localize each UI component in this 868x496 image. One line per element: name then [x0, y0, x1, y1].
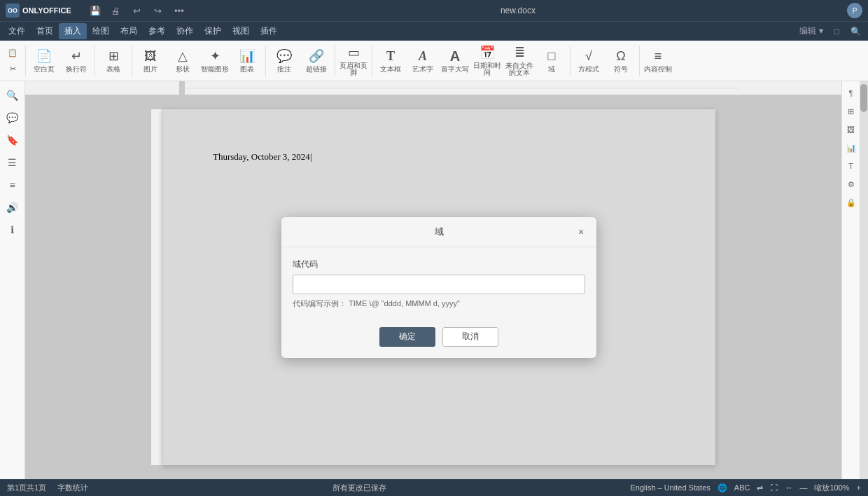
page-info: 第1页共1页: [7, 483, 46, 493]
doc-field-icon: ≣: [511, 45, 528, 61]
sidebar-list-icon[interactable]: ≡: [3, 175, 22, 195]
edit-mode-btn[interactable]: 编辑 ▾: [795, 23, 827, 39]
toolbar-smart-shape[interactable]: ✦ 智能图形: [200, 43, 230, 78]
sidebar-info-icon[interactable]: ℹ: [3, 220, 22, 240]
confirm-button[interactable]: 确定: [379, 327, 435, 347]
menu-plugin[interactable]: 插件: [255, 23, 283, 39]
menu-draw[interactable]: 绘图: [87, 23, 115, 39]
menu-view[interactable]: 视图: [227, 23, 255, 39]
paste-btn[interactable]: 📋: [3, 45, 22, 60]
spell-icon[interactable]: ABC: [734, 483, 750, 492]
field-code-input[interactable]: [293, 275, 585, 294]
toolbar-symbol[interactable]: Ω 符号: [606, 43, 636, 78]
comment-icon: 💬: [276, 48, 293, 64]
modal-close-button[interactable]: ×: [574, 225, 588, 239]
undo-btn[interactable]: ↩: [127, 3, 147, 18]
menu-right: 编辑 ▾ □ 🔍: [795, 23, 865, 39]
right-para-icon[interactable]: ¶: [844, 85, 859, 101]
fullscreen-icon[interactable]: ⛶: [770, 483, 778, 492]
toolbar-line-break[interactable]: ↵ 换行符: [61, 43, 92, 78]
copy-btn[interactable]: ✂: [3, 61, 22, 76]
toolbar-chart[interactable]: 📊 图表: [232, 43, 262, 78]
zoom-in-icon[interactable]: +: [857, 483, 861, 492]
sidebar-comment-icon[interactable]: 💬: [3, 108, 22, 128]
header-footer-icon: ▭: [345, 45, 362, 61]
menu-collab[interactable]: 协作: [171, 23, 199, 39]
zoom-out-icon[interactable]: —: [799, 483, 807, 492]
word-count[interactable]: 字数统计: [57, 483, 88, 493]
toolbar-comment[interactable]: 💬 批注: [269, 43, 300, 78]
track-icon[interactable]: ⇌: [757, 483, 763, 492]
shape-label: 形状: [176, 66, 190, 73]
toolbar-table[interactable]: ⊞ 表格: [98, 43, 129, 78]
menu-ref[interactable]: 参考: [143, 23, 171, 39]
sidebar-audio-icon[interactable]: 🔊: [3, 198, 22, 217]
toolbar-hyperlink[interactable]: 🔗 超链接: [301, 43, 332, 78]
menu-protect[interactable]: 保护: [199, 23, 227, 39]
save-btn[interactable]: 💾: [85, 3, 105, 18]
right-table-icon[interactable]: ⊞: [844, 104, 859, 119]
right-chart-icon[interactable]: 📊: [844, 140, 859, 156]
hyperlink-icon: 🔗: [308, 48, 325, 64]
toolbar-equation[interactable]: √ 方程式: [573, 43, 604, 78]
right-text-icon[interactable]: T: [844, 158, 859, 174]
toolbar-art-text[interactable]: A 艺术字: [407, 43, 438, 78]
sidebar-nav-icon[interactable]: ☰: [3, 153, 22, 172]
toolbar-empty-page[interactable]: 📄 空白页: [29, 43, 59, 78]
right-lock-icon[interactable]: 🔒: [844, 195, 859, 210]
menu-insert[interactable]: 插入: [59, 23, 87, 39]
shape-icon: △: [174, 48, 191, 64]
fit-page-icon[interactable]: ↔: [785, 483, 792, 492]
field-icon: □: [543, 48, 560, 64]
sidebar-bookmark-icon[interactable]: 🔖: [3, 130, 22, 150]
toolbar-header-footer[interactable]: ▭ 页眉和页脚: [338, 43, 369, 78]
app-logo: OO ONLYOFFICE: [6, 4, 71, 18]
field-code-label: 域代码: [293, 259, 585, 270]
sidebar-search-icon[interactable]: 🔍: [3, 85, 22, 105]
title-bar: OO ONLYOFFICE 💾 🖨 ↩ ↪ ••• new.docx P: [0, 0, 868, 21]
doc-scroll[interactable]: Thursday, October 3, 2024 域 × 域代码: [25, 95, 841, 479]
right-gear-icon[interactable]: ⚙: [844, 177, 859, 192]
globe-icon: 🌐: [718, 483, 727, 492]
divider-5: [335, 46, 335, 76]
toolbar-content-ctrl[interactable]: ≡ 内容控制: [643, 43, 673, 78]
menu-file[interactable]: 文件: [3, 23, 31, 39]
toolbar-doc-field[interactable]: ≣ 来自文件的文本: [504, 43, 535, 78]
print-btn[interactable]: 🖨: [106, 3, 126, 18]
toolbar-textbox[interactable]: T 文本框: [375, 43, 406, 78]
avatar[interactable]: P: [847, 3, 862, 18]
modal-body: 域代码 代码编写示例： TIME \@ "dddd, MMMM d, yyyy": [281, 247, 596, 320]
comment-label: 批注: [277, 66, 291, 73]
image-icon: 🖼: [142, 48, 159, 64]
divider-3: [132, 46, 132, 76]
toolbar-datetime[interactable]: 📅 日期和时间: [472, 43, 503, 78]
search-btn[interactable]: 🔍: [846, 25, 865, 39]
doc-field-label: 来自文件的文本: [505, 62, 533, 77]
document-page[interactable]: Thursday, October 3, 2024 域 × 域代码: [162, 109, 715, 465]
cancel-button[interactable]: 取消: [442, 327, 498, 347]
right-image-icon[interactable]: 🖼: [844, 122, 859, 137]
saved-status: 所有更改已保存: [332, 483, 386, 493]
toolbar: 📋 ✂ 📄 空白页 ↵ 换行符 ⊞ 表格 🖼 图片 △ 形状 ✦ 智能图形 📊 …: [0, 41, 868, 81]
redo-btn[interactable]: ↪: [148, 3, 168, 18]
language-label[interactable]: English – United States: [630, 483, 710, 492]
content-ctrl-icon: ≡: [650, 48, 666, 64]
table-label: 表格: [106, 66, 120, 73]
scrollbar-thumb[interactable]: [860, 84, 867, 112]
menu-layout[interactable]: 布局: [115, 23, 143, 39]
toolbar-field[interactable]: □ 域: [536, 43, 567, 78]
divider-2: [94, 46, 95, 76]
doc-area: Thursday, October 3, 2024 域 × 域代码: [25, 81, 841, 479]
textbox-label: 文本框: [380, 66, 401, 73]
toolbar-shape[interactable]: △ 形状: [167, 43, 198, 78]
vertical-scrollbar[interactable]: [860, 81, 868, 479]
image-label: 图片: [144, 66, 158, 73]
more-btn[interactable]: •••: [169, 3, 189, 18]
zoom-level[interactable]: 缩放100%: [814, 483, 849, 493]
menu-home[interactable]: 首页: [31, 23, 59, 39]
line-break-icon: ↵: [68, 48, 85, 64]
toolbar-dropcap[interactable]: A 首字大写: [440, 43, 470, 78]
layout-btn[interactable]: □: [830, 25, 844, 39]
table-icon: ⊞: [105, 48, 122, 64]
toolbar-image[interactable]: 🖼 图片: [135, 43, 166, 78]
